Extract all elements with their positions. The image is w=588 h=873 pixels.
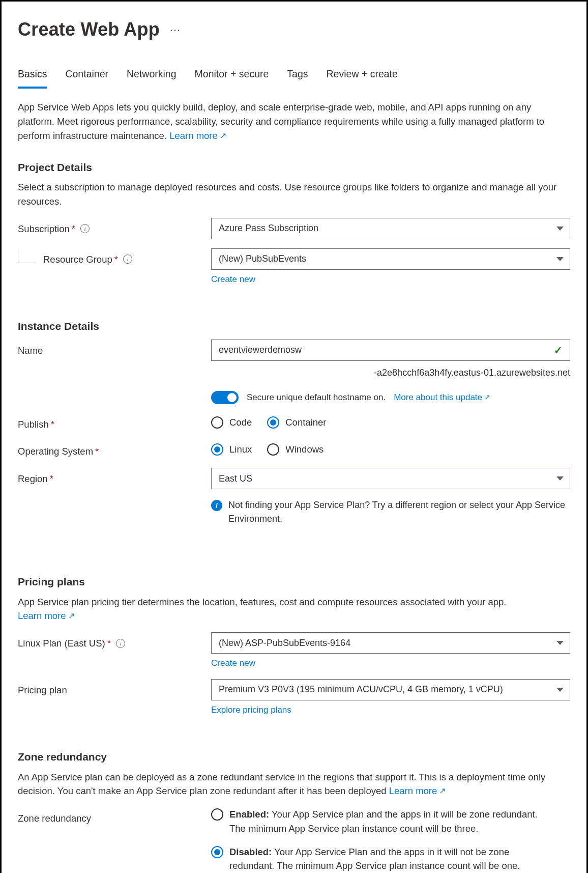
chevron-down-icon (556, 688, 564, 692)
check-icon: ✓ (554, 343, 563, 358)
zone-heading: Zone redundancy (18, 749, 570, 765)
plan-value: (New) ASP-PubSubEvents-9164 (219, 636, 350, 650)
zone-disabled-text: Your App Service Plan and the apps in it… (229, 847, 520, 871)
tab-review-create[interactable]: Review + create (327, 64, 398, 89)
project-details-desc: Select a subscription to manage deployed… (18, 180, 567, 209)
region-label: Region (18, 472, 48, 486)
info-icon: i (211, 500, 222, 511)
zone-desc: An App Service plan can be deployed as a… (18, 770, 567, 799)
pricing-desc: App Service plan pricing tier determines… (18, 595, 567, 624)
radio-label: Code (229, 415, 252, 430)
zone-radio-enabled[interactable]: Enabled: Your App Service plan and the a… (211, 807, 570, 836)
secure-hostname-more-link[interactable]: More about this update (394, 391, 490, 404)
secure-hostname-toggle[interactable] (211, 391, 239, 404)
tab-monitor-secure[interactable]: Monitor + secure (195, 64, 269, 89)
resource-group-create-new-link[interactable]: Create new (211, 274, 255, 284)
zone-learn-more-link[interactable]: Learn more (389, 785, 446, 796)
chevron-down-icon (556, 641, 564, 645)
publish-radio-code[interactable]: Code (211, 415, 252, 430)
info-icon[interactable]: i (123, 255, 132, 264)
radio-label: Container (285, 415, 326, 430)
required-indicator: * (95, 444, 99, 459)
required-indicator: * (51, 417, 54, 432)
subscription-value: Azure Pass Subscription (219, 221, 318, 235)
intro-description: App Service Web Apps lets you quickly bu… (18, 100, 567, 143)
region-hint: Not finding your App Service Plan? Try a… (228, 498, 570, 526)
domain-suffix: -a2e8hcchf6a3h4fy.eastus-01.azurewebsite… (211, 366, 570, 380)
required-indicator: * (50, 472, 53, 486)
resource-group-select[interactable]: (New) PubSubEvents (211, 248, 570, 270)
pricing-learn-more-link[interactable]: Learn more (18, 610, 75, 621)
pricing-tier-select[interactable]: Premium V3 P0V3 (195 minimum ACU/vCPU, 4… (211, 679, 570, 700)
more-actions-button[interactable]: ··· (170, 21, 181, 38)
tab-tags[interactable]: Tags (287, 64, 308, 89)
region-select[interactable]: East US (211, 468, 570, 489)
resource-group-label: Resource Group (43, 252, 112, 267)
required-indicator: * (114, 252, 118, 267)
tab-container[interactable]: Container (65, 64, 108, 89)
zone-radio-disabled[interactable]: Disabled: Your App Service Plan and the … (211, 845, 570, 874)
info-icon[interactable]: i (116, 639, 125, 648)
plan-select[interactable]: (New) ASP-PubSubEvents-9164 (211, 632, 570, 654)
required-indicator: * (107, 636, 111, 651)
zone-desc-text: An App Service plan can be deployed as a… (18, 772, 545, 797)
required-indicator: * (72, 222, 75, 236)
resource-group-value: (New) PubSubEvents (219, 252, 306, 266)
pricing-desc-text: App Service plan pricing tier determines… (18, 597, 506, 607)
region-value: East US (219, 472, 252, 486)
os-radio-linux[interactable]: Linux (211, 442, 252, 457)
chevron-down-icon (556, 476, 564, 481)
publish-radio-container[interactable]: Container (267, 415, 326, 430)
zone-enabled-text: Your App Service plan and the apps in it… (229, 809, 538, 834)
tab-networking[interactable]: Networking (127, 64, 177, 89)
subscription-select[interactable]: Azure Pass Subscription (211, 218, 570, 239)
tree-connector (18, 251, 35, 263)
subscription-label: Subscription (18, 222, 70, 236)
name-input[interactable]: eventviewerdemosw ✓ (211, 340, 570, 361)
publish-label: Publish (18, 417, 49, 432)
tab-bar: Basics Container Networking Monitor + se… (18, 64, 570, 89)
chevron-down-icon (556, 257, 564, 261)
name-value: eventviewerdemosw (219, 343, 302, 357)
info-icon[interactable]: i (80, 224, 90, 233)
chevron-down-icon (556, 227, 564, 231)
project-details-heading: Project Details (18, 159, 570, 176)
radio-label: Windows (285, 442, 324, 457)
intro-learn-more-link[interactable]: Learn more (169, 130, 226, 141)
secure-hostname-label: Secure unique default hostname on. (247, 391, 386, 404)
instance-details-heading: Instance Details (18, 318, 570, 334)
intro-text: App Service Web Apps lets you quickly bu… (18, 102, 544, 141)
pricing-tier-value: Premium V3 P0V3 (195 minimum ACU/vCPU, 4… (219, 683, 503, 696)
pricing-heading: Pricing plans (18, 574, 570, 590)
radio-label: Linux (229, 442, 252, 457)
tab-basics[interactable]: Basics (18, 64, 47, 89)
zone-disabled-strong: Disabled: (229, 847, 272, 857)
zone-field-label: Zone redundancy (18, 811, 91, 826)
os-label: Operating System (18, 444, 93, 459)
zone-enabled-strong: Enabled: (229, 809, 269, 820)
plan-label: Linux Plan (East US) (18, 636, 105, 651)
os-radio-windows[interactable]: Windows (267, 442, 324, 457)
plan-create-new-link[interactable]: Create new (211, 658, 255, 668)
page-title: Create Web App (18, 16, 160, 43)
explore-pricing-link[interactable]: Explore pricing plans (211, 705, 291, 715)
name-label: Name (18, 344, 43, 358)
pricing-tier-label: Pricing plan (18, 683, 67, 697)
